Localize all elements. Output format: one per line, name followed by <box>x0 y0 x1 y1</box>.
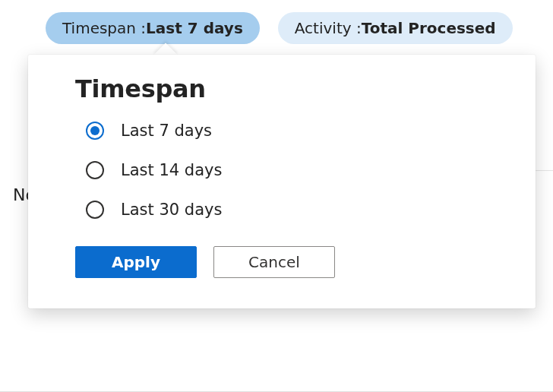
timespan-pill[interactable]: Timespan : Last 7 days <box>46 12 260 44</box>
timespan-option[interactable]: Last 7 days <box>84 120 505 141</box>
timespan-option-label: Last 7 days <box>121 122 212 140</box>
activity-pill-label: Activity : <box>295 19 362 37</box>
activity-pill[interactable]: Activity : Total Processed <box>278 12 513 44</box>
timespan-option-label: Last 14 days <box>121 161 222 179</box>
timespan-options: Last 7 daysLast 14 daysLast 30 days <box>75 120 505 220</box>
timespan-option[interactable]: Last 30 days <box>84 199 505 220</box>
cancel-button[interactable]: Cancel <box>213 246 335 278</box>
timespan-pill-label: Timespan : <box>62 19 146 37</box>
radio-selected-icon <box>84 120 106 141</box>
popover-title: Timespan <box>75 74 505 103</box>
svg-point-3 <box>87 201 103 218</box>
timespan-option[interactable]: Last 14 days <box>84 160 505 181</box>
radio-unselected-icon <box>84 160 106 181</box>
popover-actions: Apply Cancel <box>75 246 505 278</box>
svg-point-1 <box>90 126 100 135</box>
radio-unselected-icon <box>84 199 106 220</box>
filter-pill-row: Timespan : Last 7 days Activity : Total … <box>46 12 513 44</box>
apply-button[interactable]: Apply <box>75 246 197 278</box>
timespan-option-label: Last 30 days <box>121 201 222 219</box>
activity-pill-value: Total Processed <box>362 19 496 37</box>
timespan-pill-value: Last 7 days <box>146 19 243 37</box>
svg-point-2 <box>87 162 103 179</box>
timespan-popover: Timespan Last 7 daysLast 14 daysLast 30 … <box>28 55 536 308</box>
